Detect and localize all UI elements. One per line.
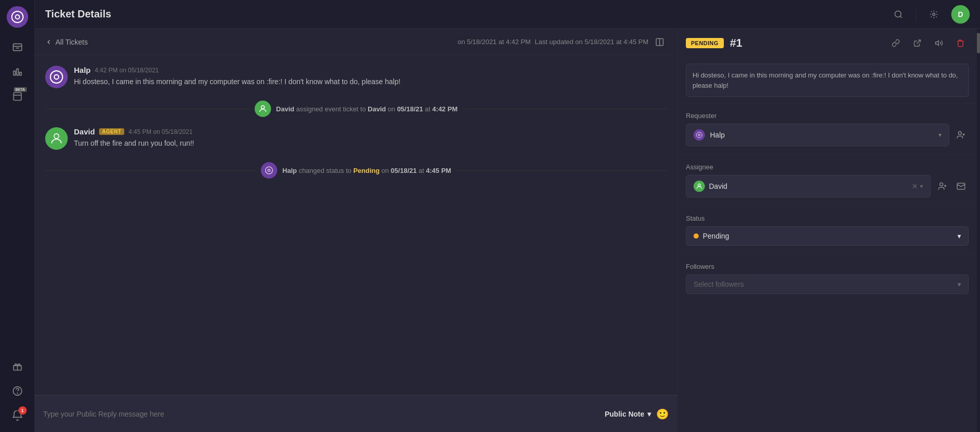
app-logo[interactable]	[7, 6, 28, 28]
external-link-icon[interactable]	[909, 35, 926, 51]
public-note-label: Public Note	[605, 410, 644, 418]
requester-avatar	[694, 129, 705, 141]
back-to-tickets[interactable]: All Tickets	[45, 38, 88, 46]
top-header: Ticket Details D	[35, 0, 980, 29]
assignee-actions	[935, 179, 969, 194]
content-area: All Tickets on 5/18/2021 at 4:42 PM Last…	[35, 29, 980, 432]
reply-input[interactable]	[43, 410, 599, 418]
david-text: Turn off the fire and run you fool, run!…	[74, 138, 194, 149]
agent-badge: AGENT	[99, 128, 125, 135]
status-select[interactable]: Pending ▾	[686, 226, 969, 246]
gift-icon[interactable]	[7, 356, 28, 377]
ticket-actions	[888, 35, 969, 51]
david-message-header: David AGENT 4:45 PM on 05/18/2021	[74, 127, 194, 136]
requester-row: Halp ▾	[686, 124, 969, 146]
assignee-select-right: ✕ ▾	[912, 182, 923, 190]
status-badge: PENDING	[686, 38, 724, 48]
svg-marker-25	[935, 41, 938, 45]
svg-point-28	[699, 134, 700, 136]
message-halp: Halp 4:42 PM on 05/18/2021 Hi dosteso, I…	[45, 66, 667, 88]
svg-point-19	[261, 106, 264, 109]
requester-section: Requester	[678, 106, 977, 152]
right-panel-body: PENDING #1	[678, 29, 977, 432]
chevron-down-icon: ▾	[647, 410, 651, 418]
halp-text: Hi dosteso, I came in this morning and m…	[74, 76, 400, 87]
back-label: All Tickets	[55, 38, 88, 46]
followers-chevron: ▾	[957, 280, 961, 288]
requester-actions	[953, 127, 969, 143]
status-chevron: ▾	[957, 232, 961, 240]
requester-value: Halp	[710, 131, 725, 139]
emoji-button[interactable]: 🙂	[656, 408, 669, 420]
scrollbar-thumb[interactable]	[977, 33, 980, 53]
david-message-content: David AGENT 4:45 PM on 05/18/2021 Turn o…	[74, 127, 194, 150]
search-button[interactable]	[889, 5, 908, 24]
halp-avatar	[45, 66, 68, 88]
layout-toggle[interactable]	[652, 35, 667, 49]
status-section: Status Pending ▾	[678, 208, 977, 252]
ticket-meta: on 5/18/2021 at 4:42 PM Last updated on …	[457, 35, 667, 49]
svg-rect-5	[16, 69, 18, 75]
status-label: Status	[686, 214, 969, 222]
svg-rect-7	[13, 93, 21, 101]
followers-label: Followers	[686, 263, 969, 270]
assignee-clear-icon[interactable]: ✕	[912, 182, 918, 190]
settings-button[interactable]	[925, 5, 943, 24]
halp-message-content: Halp 4:42 PM on 05/18/2021 Hi dosteso, I…	[74, 66, 400, 88]
david-time: 4:45 PM on 05/18/2021	[128, 128, 193, 135]
svg-rect-4	[13, 71, 15, 75]
help-icon[interactable]	[7, 381, 28, 401]
section-divider-1	[678, 103, 977, 104]
ticket-panel: All Tickets on 5/18/2021 at 4:42 PM Last…	[35, 29, 677, 432]
notification-badge: 1	[18, 406, 27, 415]
assignee-row: David ✕ ▾	[686, 175, 969, 198]
status-dot	[694, 233, 699, 239]
requester-add-icon[interactable]	[953, 127, 969, 143]
svg-point-18	[55, 75, 58, 78]
assignee-select[interactable]: David ✕ ▾	[686, 175, 931, 198]
status-value: Pending	[703, 232, 729, 240]
user-avatar[interactable]: D	[951, 5, 970, 24]
svg-point-20	[54, 134, 59, 139]
requester-select[interactable]: Halp ▾	[686, 124, 949, 146]
main-area: Ticket Details D	[35, 0, 980, 432]
messages-area: Halp 4:42 PM on 05/18/2021 Hi dosteso, I…	[35, 55, 677, 395]
beta-icon[interactable]: BETA	[7, 86, 28, 107]
link-icon[interactable]	[888, 35, 904, 51]
chart-icon[interactable]	[7, 62, 28, 82]
system-assign-text: David assigned event ticket to David on …	[276, 105, 457, 113]
halp-time: 4:42 PM on 05/18/2021	[95, 67, 159, 74]
original-message: Hi dosteso, I came in this morning and m…	[686, 64, 969, 97]
notifications-icon[interactable]: 1	[7, 405, 28, 426]
assignee-select-inner: David	[694, 181, 727, 192]
page-title: Ticket Details	[45, 8, 111, 20]
followers-select[interactable]: Select followers ▾	[686, 274, 969, 294]
svg-point-33	[940, 183, 943, 186]
svg-line-24	[917, 40, 920, 44]
ticket-number: #1	[730, 36, 742, 50]
assignee-email-icon[interactable]	[953, 179, 969, 194]
svg-point-2	[16, 15, 19, 18]
ticket-subheader: All Tickets on 5/18/2021 at 4:42 PM Last…	[35, 29, 677, 55]
svg-point-32	[698, 184, 701, 186]
public-note-button[interactable]: Public Note ▾	[605, 410, 651, 418]
system-event-status: Halp changed status to Pending on 05/18/…	[45, 162, 667, 179]
sys-line-right	[463, 109, 667, 109]
david-sys-avatar	[255, 101, 271, 117]
section-divider-2	[678, 154, 977, 155]
inbox-icon[interactable]	[7, 37, 28, 57]
svg-point-29	[958, 131, 962, 134]
right-panel-scrollbar[interactable]	[977, 29, 980, 432]
header-divider	[916, 7, 916, 22]
svg-point-11	[17, 393, 17, 394]
status-select-inner: Pending	[694, 232, 729, 240]
section-divider-3	[678, 206, 977, 206]
volume-icon[interactable]	[931, 35, 947, 51]
sidebar: BETA 1	[0, 0, 35, 432]
halp-name: Halp	[74, 66, 91, 74]
delete-icon[interactable]	[952, 35, 969, 51]
svg-point-13	[933, 13, 935, 15]
right-panel: PENDING #1	[677, 29, 980, 432]
assignee-add-icon[interactable]	[935, 179, 950, 194]
assignee-label: Assignee	[686, 163, 969, 171]
